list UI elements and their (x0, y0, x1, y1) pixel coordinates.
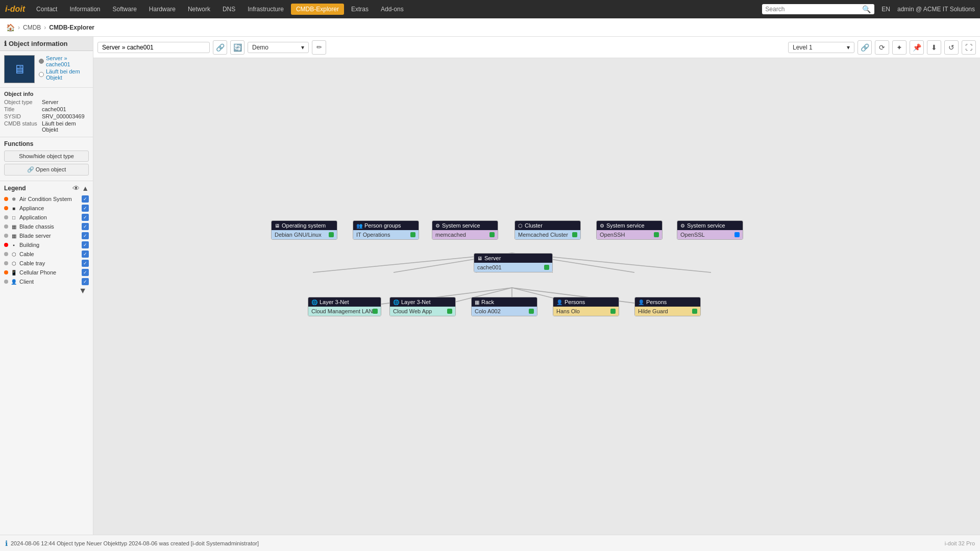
rack-type-label: Rack (481, 299, 494, 305)
user-menu[interactable]: admin @ ACME IT Solutions (897, 6, 975, 13)
open-object-button[interactable]: 🔗 Open object (4, 164, 89, 176)
nav-infrastructure[interactable]: Infrastructure (242, 4, 289, 15)
object-search-input[interactable] (97, 42, 210, 53)
l3n1-icon: 🌐 (311, 299, 317, 305)
breadcrumb-bar: 🏠 › CMDB › CMDB-Explorer (0, 18, 980, 37)
legend-item-building: ▪ Building ✓ (4, 240, 89, 249)
legend-item-cable: ⬡ Cable ✓ (4, 249, 89, 259)
permalink-button[interactable]: 🔗 (857, 40, 872, 55)
nav-cmdb-explorer[interactable]: CMDB-Explorer (291, 4, 344, 15)
language-selector[interactable]: EN (881, 6, 890, 13)
home-icon[interactable]: 🏠 (6, 23, 15, 32)
node-layer3-net-2[interactable]: 🌐 Layer 3-Net Cloud Web App (389, 297, 456, 316)
object-option-1[interactable]: Server »cache001 (39, 55, 89, 67)
layout-button[interactable]: ✦ (892, 40, 906, 55)
l3n2-icon: 🌐 (393, 299, 399, 305)
legend-checkbox-application[interactable]: ✓ (82, 214, 89, 221)
node-layer3-net-1[interactable]: 🌐 Layer 3-Net Cloud Management LAN (308, 297, 381, 316)
edit-preset-button[interactable]: ✏ (312, 40, 326, 55)
info-row-cmdb-status: CMDB status Läuft bei dem Objekt (4, 120, 89, 133)
legend-checkbox-cable[interactable]: ✓ (82, 251, 89, 258)
legend-scroll-up-icon[interactable]: ▲ (82, 184, 89, 192)
status-bar: ℹ 2024-08-06 12:44 Object type Neuer Obj… (0, 535, 980, 551)
reset-zoom-button[interactable]: ⟳ (875, 40, 889, 55)
ss2-node-header: ⚙ System service (597, 221, 662, 230)
download-button[interactable]: ⬇ (927, 40, 941, 55)
server-thumbnail-icon: 🖥 (13, 62, 26, 77)
pin-button[interactable]: 📌 (910, 40, 924, 55)
l3n1-node-body: Cloud Management LAN (308, 307, 381, 316)
object-info-section-title: Object info (4, 91, 89, 97)
preset-dropdown[interactable]: Demo ▾ (248, 42, 309, 53)
os-status-dot (329, 232, 334, 237)
node-persons-2[interactable]: 👤 Persons Hilde Guard (634, 297, 701, 316)
ss2-type-label: System service (606, 222, 645, 229)
p2-node-header: 👤 Persons (635, 297, 700, 307)
legend-checkbox-cellular-phone[interactable]: ✓ (82, 269, 89, 276)
legend-scroll-down-button[interactable]: ▼ (77, 286, 89, 295)
auto-layout-button[interactable]: ↺ (944, 40, 959, 55)
p2-type-label: Persons (646, 299, 667, 305)
level-dropdown[interactable]: Level 1 ▾ (788, 42, 854, 53)
legend-checkbox-air-condition[interactable]: ✓ (82, 195, 89, 203)
level-value: Level 1 (793, 44, 813, 51)
cl-value-label: Memcached Cluster (518, 232, 568, 238)
object-option-2[interactable]: Läuft bei dem Objekt (39, 68, 89, 81)
os-type-label: Operating system (282, 222, 326, 229)
nav-hardware[interactable]: Hardware (144, 4, 181, 15)
link-object-button[interactable]: 🔗 (213, 40, 227, 55)
node-persons-1[interactable]: 👤 Persons Hans Olo (553, 297, 619, 316)
show-hide-object-type-button[interactable]: Show/hide object type (4, 151, 89, 162)
object-link-2[interactable]: Läuft bei dem Objekt (46, 68, 89, 81)
legend-dot-cable (4, 252, 8, 256)
pg-icon: 👥 (356, 223, 362, 229)
legend-section: Legend 👁 ▲ ❄ Air Condition System ✓ ■ (0, 181, 93, 535)
graph-canvas[interactable]: 🖥 Server cache001 🖥 Operating system Deb… (93, 58, 980, 535)
cl-icon: ⬡ (518, 223, 523, 229)
ss2-node-body: OpenSSH (597, 230, 662, 239)
legend-checkbox-blade-server[interactable]: ✓ (82, 232, 89, 239)
info-row-type: Object type Server (4, 99, 89, 105)
nav-dns[interactable]: DNS (217, 4, 240, 15)
nav-extras[interactable]: Extras (346, 4, 374, 15)
server-center-node[interactable]: 🖥 Server cache001 (474, 253, 553, 272)
refresh-button[interactable]: 🔄 (230, 40, 244, 55)
legend-item-cellular-phone: 📱 Cellular Phone ✓ (4, 268, 89, 277)
nav-information[interactable]: Information (64, 4, 105, 15)
l3n2-node-header: 🌐 Layer 3-Net (390, 297, 455, 307)
legend-visibility-icon[interactable]: 👁 (72, 184, 80, 192)
breadcrumb-cmdb[interactable]: CMDB (23, 24, 41, 31)
legend-label-cable: Cable (19, 251, 80, 257)
top-search-input[interactable] (765, 6, 862, 13)
legend-checkbox-blade-chassis[interactable]: ✓ (82, 223, 89, 230)
node-cluster[interactable]: ⬡ Cluster Memcached Cluster (514, 220, 581, 240)
legend-checkbox-client[interactable]: ✓ (82, 278, 89, 285)
node-operating-system[interactable]: 🖥 Operating system Debian GNU/Linux (271, 220, 337, 240)
info-key-sysid: SYSID (4, 113, 40, 119)
nav-network[interactable]: Network (183, 4, 215, 15)
fullscreen-button[interactable]: ⛶ (962, 40, 976, 55)
node-system-service-2[interactable]: ⚙ System service OpenSSH (596, 220, 663, 240)
pg-node-header: 👥 Person groups (353, 221, 419, 230)
node-system-service-3[interactable]: ⚙ System service OpenSSL (677, 220, 743, 240)
node-system-service-1[interactable]: ⚙ System service memcached (432, 220, 498, 240)
rack-node-header: ▦ Rack (472, 297, 537, 307)
object-preview: 🖥 Server »cache001 Läuft bei dem Objekt (0, 51, 93, 88)
legend-checkbox-appliance[interactable]: ✓ (82, 205, 89, 212)
app-logo: i-doit (5, 5, 25, 14)
cl-node-body: Memcached Cluster (515, 230, 580, 239)
legend-label-cable-tray: Cable tray (19, 260, 80, 266)
legend-checkbox-building[interactable]: ✓ (82, 241, 89, 248)
node-rack[interactable]: ▦ Rack Colo A002 (471, 297, 537, 316)
pg-status-dot (410, 232, 415, 237)
nav-software[interactable]: Software (107, 4, 141, 15)
ss3-status-dot (734, 232, 740, 237)
object-link-1[interactable]: Server »cache001 (46, 55, 70, 67)
node-person-groups[interactable]: 👥 Person groups IT Operations (353, 220, 419, 240)
legend-checkbox-cable-tray[interactable]: ✓ (82, 260, 89, 267)
top-search-bar[interactable]: 🔍 (762, 4, 874, 14)
nav-contact[interactable]: Contact (31, 4, 62, 15)
object-thumbnail: 🖥 (4, 55, 35, 83)
l3n1-node-header: 🌐 Layer 3-Net (308, 297, 381, 307)
nav-add-ons[interactable]: Add-ons (376, 4, 409, 15)
